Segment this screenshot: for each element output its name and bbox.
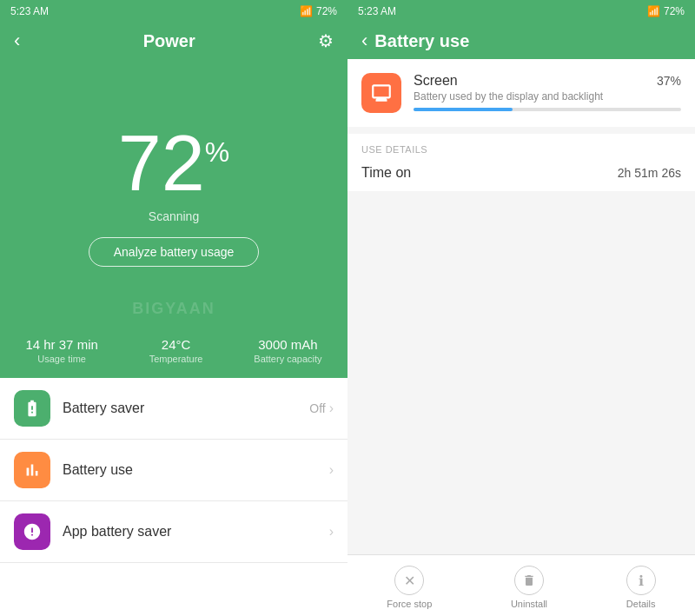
- progress-bar-fill: [414, 108, 513, 111]
- stat-temp-value: 24°C: [149, 337, 203, 352]
- stat-cap-value: 3000 mAh: [254, 337, 321, 352]
- battery-use-card: Screen 37% Battery used by the display a…: [348, 59, 695, 127]
- progress-bar-background: [414, 108, 681, 111]
- screen-info: Screen 37% Battery used by the display a…: [414, 73, 681, 111]
- battery-use-icon: [14, 452, 50, 488]
- page-title: Power: [143, 31, 195, 51]
- uninstall-label: Uninstall: [511, 599, 547, 609]
- back-button[interactable]: ‹: [14, 30, 20, 52]
- battery-saver-status: Off: [309, 401, 325, 415]
- right-status-icons: 📶 72%: [647, 5, 685, 17]
- battery-saver-chevron: ›: [329, 401, 334, 416]
- right-status-bar: 5:23 AM 📶 72%: [348, 0, 695, 23]
- left-time: 5:23 AM: [10, 5, 49, 17]
- battery-saver-label: Battery saver: [63, 401, 309, 416]
- use-details-section: USE DETAILS Time on 2h 51m 26s: [348, 134, 695, 191]
- right-back-button[interactable]: ‹: [361, 30, 367, 52]
- right-time: 5:23 AM: [358, 5, 396, 17]
- app-battery-saver-right: ›: [329, 524, 334, 540]
- battery-number: 72: [118, 124, 205, 202]
- right-wifi-icon: 📶: [647, 5, 660, 17]
- scanning-text: Scanning: [149, 209, 199, 223]
- list-item-app-battery-saver[interactable]: App battery saver ›: [0, 501, 348, 563]
- time-on-value: 2h 51m 26s: [618, 166, 681, 180]
- left-status-icons: 📶 72%: [300, 5, 337, 17]
- left-status-bar: 5:23 AM 📶 72%: [0, 0, 348, 23]
- details-icon: ℹ: [626, 566, 656, 595]
- settings-icon[interactable]: ⚙: [318, 30, 334, 51]
- time-on-label: Time on: [361, 165, 411, 181]
- force-stop-label: Force stop: [387, 599, 432, 609]
- right-battery-icon: 72%: [664, 5, 685, 17]
- force-stop-action[interactable]: ✕ Force stop: [387, 566, 432, 609]
- stat-usage-value: 14 hr 37 min: [25, 337, 97, 352]
- force-stop-icon: ✕: [394, 566, 424, 595]
- bottom-action-bar: ✕ Force stop Uninstall ℹ Details: [348, 554, 695, 616]
- app-battery-saver-chevron: ›: [329, 524, 334, 540]
- use-details-heading: USE DETAILS: [361, 144, 681, 155]
- battery-percentage-display: 72%: [118, 124, 230, 202]
- left-top-nav: ‹ Power ⚙: [0, 23, 348, 59]
- stat-usage-time: 14 hr 37 min Usage time: [25, 337, 97, 364]
- screen-percent: 37%: [657, 74, 681, 88]
- right-panel: 5:23 AM 📶 72% ‹ Battery use Screen 37% B…: [348, 0, 695, 616]
- battery-icon: 72%: [316, 5, 337, 17]
- battery-stats: 14 hr 37 min Usage time 24°C Temperature…: [0, 323, 348, 378]
- battery-hero: 72% Scanning Analyze battery usage: [0, 59, 348, 323]
- percent-sign: %: [205, 138, 229, 166]
- battery-use-right: ›: [329, 462, 334, 478]
- details-label: Details: [626, 599, 656, 609]
- list-item-battery-saver[interactable]: Battery saver Off ›: [0, 378, 348, 440]
- screen-header-row: Screen 37%: [414, 73, 681, 89]
- uninstall-icon: [514, 566, 544, 595]
- time-on-row: Time on 2h 51m 26s: [361, 165, 681, 181]
- stat-temp-label: Temperature: [149, 354, 203, 364]
- stat-capacity: 3000 mAh Battery capacity: [254, 337, 321, 364]
- analyze-battery-button[interactable]: Analyze battery usage: [89, 237, 260, 267]
- app-battery-saver-icon: [14, 513, 50, 550]
- screen-app-icon: [361, 73, 401, 113]
- list-item-battery-use[interactable]: Battery use ›: [0, 440, 348, 501]
- left-panel: 5:23 AM 📶 72% ‹ Power ⚙ 72% Scanning Ana…: [0, 0, 348, 616]
- battery-use-label: Battery use: [63, 462, 329, 478]
- battery-saver-icon: [14, 390, 50, 427]
- right-page-title: Battery use: [374, 31, 469, 51]
- battery-saver-right: Off ›: [309, 401, 334, 416]
- app-battery-saver-label: App battery saver: [63, 524, 329, 540]
- details-action[interactable]: ℹ Details: [626, 566, 656, 609]
- stat-temperature: 24°C Temperature: [149, 337, 203, 364]
- settings-list: Battery saver Off › Battery use › App ba…: [0, 378, 348, 616]
- screen-title: Screen: [414, 73, 458, 89]
- stat-usage-label: Usage time: [25, 354, 97, 364]
- right-top-nav: ‹ Battery use: [348, 23, 695, 59]
- screen-desc: Battery used by the display and backligh…: [414, 90, 681, 103]
- stat-cap-label: Battery capacity: [254, 354, 321, 364]
- uninstall-action[interactable]: Uninstall: [511, 566, 547, 609]
- wifi-icon: 📶: [300, 5, 313, 17]
- battery-use-chevron: ›: [329, 462, 334, 478]
